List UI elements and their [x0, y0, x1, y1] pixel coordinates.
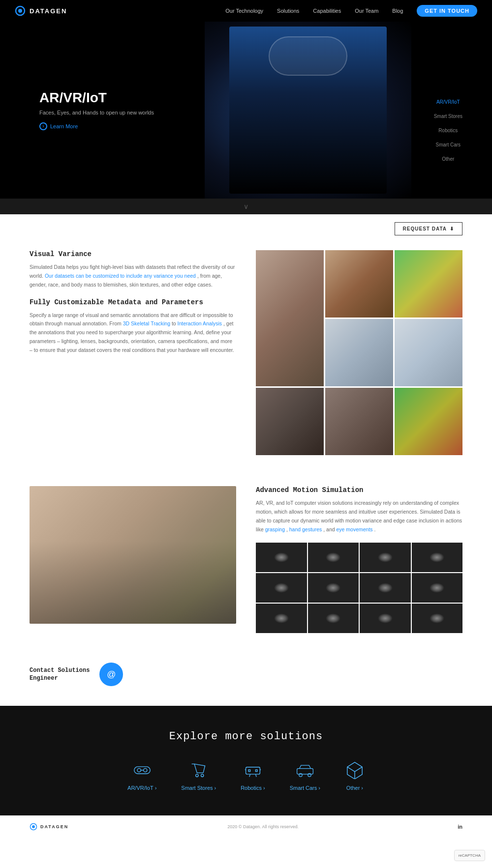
svg-line-11 — [249, 774, 250, 777]
hero-section: AR/VR/IoT Faces, Eyes, and Hands to open… — [0, 22, 492, 199]
sidenav-smartcars-link[interactable]: Smart Cars — [436, 142, 461, 147]
sidenav-robotics-link[interactable]: Robotics — [438, 128, 458, 133]
robotics-icon — [243, 760, 263, 780]
download-icon: ⬇ — [450, 226, 454, 231]
interaction-analysis-link[interactable]: Interaction Analysis — [178, 320, 222, 326]
footer-copyright: 2020 © Datagen. All rights reserved. — [227, 824, 299, 829]
hero-subtitle: Faces, Eyes, and Hands to open up new wo… — [39, 110, 154, 116]
hero-title: AR/VR/IoT — [39, 90, 154, 106]
nav-link-solutions[interactable]: Solutions — [277, 8, 299, 14]
nav-links: Our Technology Solutions Capabilities Ou… — [225, 5, 477, 17]
eye-image-11 — [360, 604, 411, 633]
svg-rect-15 — [297, 769, 313, 774]
hero-image — [205, 22, 411, 199]
nav-logo[interactable]: DATAGEN — [15, 5, 67, 16]
nav-link-capabilities[interactable]: Capabilities — [313, 8, 341, 14]
explore-section: Explore more solutions AR/VR/IoT › Smart… — [0, 706, 492, 815]
get-in-touch-button[interactable]: GET IN TOUCH — [417, 5, 477, 17]
face-grid — [256, 250, 462, 457]
face-image-2 — [325, 250, 393, 318]
explore-title: Explore more solutions — [30, 730, 462, 743]
navbar: DATAGEN Our Technology Solutions Capabil… — [0, 0, 492, 22]
svg-point-7 — [201, 774, 203, 777]
hero-side-navigation: AR/VR/IoT Smart Stores Robotics Smart Ca… — [419, 99, 477, 121]
contact-label: Contact SolutionsEngineer — [30, 666, 90, 683]
car-icon — [295, 760, 315, 780]
sidenav-other-link[interactable]: Other — [442, 156, 454, 162]
contact-section: Contact SolutionsEngineer @ — [0, 648, 492, 706]
svg-rect-10 — [255, 770, 257, 772]
sidenav-smartstores-link[interactable]: Smart Stores — [434, 114, 462, 119]
footer-logo: DATAGEN — [30, 823, 68, 831]
hand-image — [30, 486, 236, 624]
eye-image-4 — [412, 543, 463, 572]
explore-label-smartcars: Smart Cars › — [290, 785, 320, 791]
visual-variance-heading: Visual Variance — [30, 250, 236, 258]
eye-image-5 — [256, 573, 307, 603]
hero-person-image — [229, 27, 387, 194]
eye-image-10 — [308, 604, 359, 633]
eye-image-12 — [412, 604, 463, 633]
explore-label-smartstores: Smart Stores › — [181, 785, 216, 791]
footer: DATAGEN 2020 © Datagen. All rights reser… — [0, 815, 492, 838]
nav-link-technology[interactable]: Our Technology — [225, 8, 263, 14]
hero-learn-more-link[interactable]: Learn More — [39, 122, 154, 130]
eye-image-3 — [360, 543, 411, 572]
hand-image-col — [30, 486, 236, 624]
skeletal-tracking-link[interactable]: 3D Skeletal Tracking — [123, 320, 170, 326]
motion-heading: Advanced Motion Simulation — [256, 486, 462, 494]
grasping-link[interactable]: grasping — [265, 526, 285, 532]
visual-variance-section: Visual Variance Simulated Data helps you… — [0, 235, 492, 471]
eye-image-6 — [308, 573, 359, 603]
svg-point-17 — [308, 774, 311, 777]
eye-image-7 — [360, 573, 411, 603]
linkedin-link[interactable]: in — [458, 824, 462, 830]
face-image-4 — [325, 319, 393, 386]
explore-label-arvr: AR/VR/IoT › — [127, 785, 156, 791]
footer-social-links: in — [458, 824, 462, 830]
explore-item-smartstores[interactable]: Smart Stores › — [181, 760, 216, 791]
eye-image-8 — [412, 573, 463, 603]
svg-point-4 — [143, 769, 147, 772]
visual-variance-text: Visual Variance Simulated Data helps you… — [30, 250, 236, 355]
svg-point-3 — [137, 769, 141, 772]
eye-image-2 — [308, 543, 359, 572]
explore-item-arvr[interactable]: AR/VR/IoT › — [127, 760, 156, 791]
explore-grid: AR/VR/IoT › Smart Stores › Robotics › — [30, 760, 462, 791]
email-icon: @ — [107, 669, 116, 680]
svg-point-16 — [299, 774, 303, 777]
explore-item-smartcars[interactable]: Smart Cars › — [290, 760, 320, 791]
visual-variance-description: Simulated Data helps you fight high-leve… — [30, 263, 236, 289]
nav-link-team[interactable]: Our Team — [355, 8, 378, 14]
eye-image-1 — [256, 543, 307, 572]
hero-content: AR/VR/IoT Faces, Eyes, and Hands to open… — [39, 90, 154, 130]
eye-image-9 — [256, 604, 307, 633]
svg-rect-8 — [246, 767, 260, 774]
face-image-5 — [395, 319, 462, 386]
learn-more-icon — [39, 122, 47, 130]
metadata-description: Specify a large range of visual and sema… — [30, 311, 236, 355]
svg-line-12 — [255, 774, 256, 777]
face-image-7 — [325, 388, 393, 455]
scroll-down-indicator: ∨ — [0, 199, 492, 214]
motion-description: AR, VR, and IoT computer vision solution… — [256, 499, 462, 534]
contact-email-button[interactable]: @ — [99, 663, 123, 686]
svg-rect-9 — [248, 770, 250, 772]
explore-item-robotics[interactable]: Robotics › — [241, 760, 265, 791]
visual-variance-link[interactable]: Our datasets can be customized to includ… — [45, 273, 196, 279]
nav-link-blog[interactable]: Blog — [392, 8, 403, 14]
face-image-1 — [256, 250, 324, 386]
request-data-bar: REQUEST DATA ⬇ — [0, 214, 492, 235]
motion-text-col: Advanced Motion Simulation AR, VR, and I… — [256, 486, 462, 633]
eye-movements-link[interactable]: eye movements — [337, 526, 373, 532]
explore-label-robotics: Robotics › — [241, 785, 265, 791]
eye-grid — [256, 543, 462, 633]
explore-item-other[interactable]: Other › — [345, 760, 365, 791]
cart-icon — [189, 760, 209, 780]
face-image-6 — [256, 388, 324, 455]
svg-point-1 — [18, 9, 22, 13]
svg-point-6 — [195, 774, 198, 777]
hand-gestures-link[interactable]: hand gestures — [289, 526, 322, 532]
sidenav-arvr-link[interactable]: AR/VR/IoT — [436, 99, 460, 105]
request-data-button[interactable]: REQUEST DATA ⬇ — [395, 222, 462, 235]
